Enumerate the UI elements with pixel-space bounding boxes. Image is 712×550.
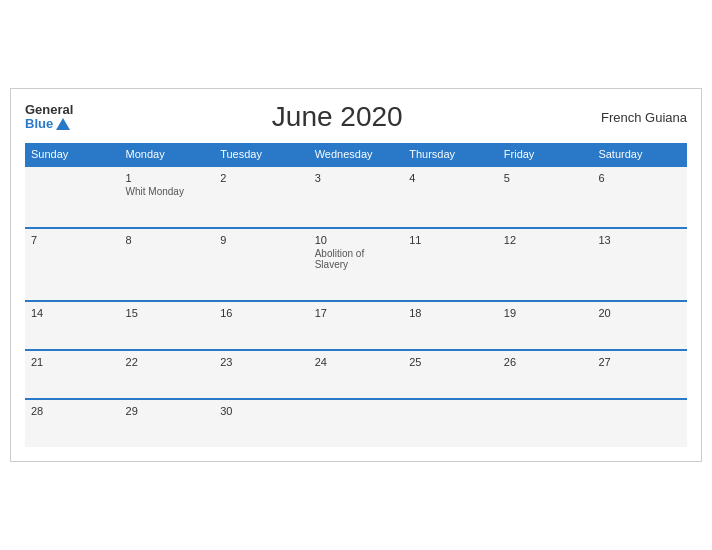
calendar-table: SundayMondayTuesdayWednesdayThursdayFrid… — [25, 143, 687, 447]
day-number: 12 — [504, 234, 587, 246]
calendar-day-cell: 19 — [498, 301, 593, 350]
day-number: 2 — [220, 172, 303, 184]
calendar-day-cell: 12 — [498, 228, 593, 301]
day-number: 5 — [504, 172, 587, 184]
calendar-day-cell: 22 — [120, 350, 215, 399]
calendar-day-cell: 9 — [214, 228, 309, 301]
calendar-week-row: 14151617181920 — [25, 301, 687, 350]
day-number: 10 — [315, 234, 398, 246]
day-number: 26 — [504, 356, 587, 368]
calendar-day-cell: 6 — [592, 166, 687, 228]
calendar-day-cell: 13 — [592, 228, 687, 301]
calendar-day-cell: 8 — [120, 228, 215, 301]
calendar-day-cell: 5 — [498, 166, 593, 228]
weekday-header: Thursday — [403, 143, 498, 166]
calendar-week-row: 282930 — [25, 399, 687, 447]
calendar-day-cell: 30 — [214, 399, 309, 447]
calendar-day-cell — [25, 166, 120, 228]
calendar-day-cell: 16 — [214, 301, 309, 350]
calendar-day-cell: 18 — [403, 301, 498, 350]
logo: General Blue — [25, 103, 73, 132]
calendar-week-row: 78910Abolition of Slavery111213 — [25, 228, 687, 301]
calendar-container: General Blue June 2020 French Guiana Sun… — [10, 88, 702, 462]
day-number: 7 — [31, 234, 114, 246]
day-number: 17 — [315, 307, 398, 319]
day-number: 20 — [598, 307, 681, 319]
calendar-day-cell: 23 — [214, 350, 309, 399]
calendar-header: General Blue June 2020 French Guiana — [25, 101, 687, 133]
calendar-day-cell — [309, 399, 404, 447]
day-event: Whit Monday — [126, 186, 209, 197]
calendar-day-cell: 25 — [403, 350, 498, 399]
day-number: 6 — [598, 172, 681, 184]
day-number: 27 — [598, 356, 681, 368]
calendar-day-cell: 2 — [214, 166, 309, 228]
calendar-day-cell — [592, 399, 687, 447]
weekday-header: Monday — [120, 143, 215, 166]
weekday-header: Tuesday — [214, 143, 309, 166]
calendar-day-cell: 3 — [309, 166, 404, 228]
calendar-week-row: 1Whit Monday23456 — [25, 166, 687, 228]
calendar-day-cell: 10Abolition of Slavery — [309, 228, 404, 301]
calendar-day-cell: 4 — [403, 166, 498, 228]
calendar-day-cell: 11 — [403, 228, 498, 301]
weekday-header-row: SundayMondayTuesdayWednesdayThursdayFrid… — [25, 143, 687, 166]
calendar-thead: SundayMondayTuesdayWednesdayThursdayFrid… — [25, 143, 687, 166]
logo-general-text: General — [25, 103, 73, 117]
weekday-header: Sunday — [25, 143, 120, 166]
calendar-day-cell: 24 — [309, 350, 404, 399]
day-number: 23 — [220, 356, 303, 368]
day-number: 4 — [409, 172, 492, 184]
calendar-day-cell: 7 — [25, 228, 120, 301]
day-number: 3 — [315, 172, 398, 184]
weekday-header: Wednesday — [309, 143, 404, 166]
day-event: Abolition of Slavery — [315, 248, 398, 270]
day-number: 14 — [31, 307, 114, 319]
calendar-week-row: 21222324252627 — [25, 350, 687, 399]
calendar-day-cell — [498, 399, 593, 447]
day-number: 9 — [220, 234, 303, 246]
day-number: 25 — [409, 356, 492, 368]
logo-blue-text: Blue — [25, 117, 73, 131]
calendar-day-cell: 29 — [120, 399, 215, 447]
calendar-day-cell: 21 — [25, 350, 120, 399]
day-number: 13 — [598, 234, 681, 246]
calendar-day-cell: 27 — [592, 350, 687, 399]
day-number: 18 — [409, 307, 492, 319]
day-number: 30 — [220, 405, 303, 417]
day-number: 22 — [126, 356, 209, 368]
calendar-title: June 2020 — [272, 101, 403, 133]
calendar-day-cell: 17 — [309, 301, 404, 350]
weekday-header: Saturday — [592, 143, 687, 166]
day-number: 1 — [126, 172, 209, 184]
calendar-day-cell: 26 — [498, 350, 593, 399]
day-number: 24 — [315, 356, 398, 368]
day-number: 29 — [126, 405, 209, 417]
calendar-tbody: 1Whit Monday2345678910Abolition of Slave… — [25, 166, 687, 447]
day-number: 8 — [126, 234, 209, 246]
calendar-day-cell: 20 — [592, 301, 687, 350]
calendar-region: French Guiana — [601, 110, 687, 125]
calendar-day-cell: 15 — [120, 301, 215, 350]
calendar-day-cell: 14 — [25, 301, 120, 350]
day-number: 11 — [409, 234, 492, 246]
day-number: 16 — [220, 307, 303, 319]
day-number: 19 — [504, 307, 587, 319]
day-number: 28 — [31, 405, 114, 417]
weekday-header: Friday — [498, 143, 593, 166]
day-number: 15 — [126, 307, 209, 319]
calendar-day-cell — [403, 399, 498, 447]
day-number: 21 — [31, 356, 114, 368]
calendar-day-cell: 28 — [25, 399, 120, 447]
logo-triangle-icon — [56, 118, 70, 130]
calendar-day-cell: 1Whit Monday — [120, 166, 215, 228]
